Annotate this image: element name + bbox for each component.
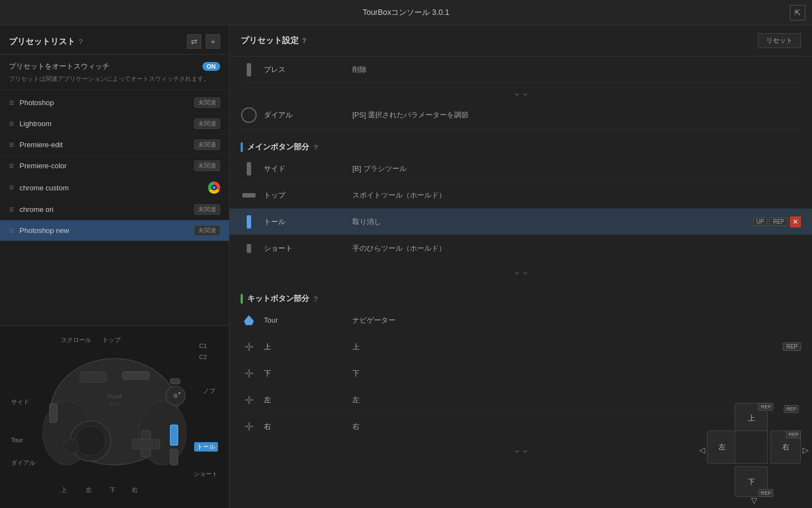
dpad-right-label: 右 [782, 442, 789, 452]
hamburger-icon: ≡ [9, 140, 14, 150]
title-bar: TourBoxコンソール 3.0.1 ⇱ [0, 0, 812, 25]
kit-button-section-bar [241, 294, 243, 304]
divider-1: ⌄⌄ [241, 83, 801, 102]
preset-badge: 未関連 [194, 204, 220, 215]
svg-rect-4 [122, 372, 149, 379]
short-action: 手のひらツール（ホールド） [352, 243, 801, 253]
preset-item-premiere-edit[interactable]: ≡Premiere-edit未関連 [0, 134, 229, 155]
kit-button-section-header: キットボタン部分 ? [230, 286, 812, 307]
main-button-section-title: メインボタン部分 [247, 142, 309, 152]
top-icon [241, 193, 257, 198]
ctrl-label-tall-highlight: トール [194, 442, 218, 452]
svg-text:BOX: BOX [110, 401, 119, 406]
chevron-down-icon-2: ⌄⌄ [513, 265, 529, 277]
dpad-down-tag: REP [758, 489, 773, 497]
hamburger-icon: ≡ [9, 98, 14, 108]
main-button-section-bar [241, 142, 243, 152]
preset-settings-label: プリセット設定 [241, 35, 299, 46]
preset-item-photoshop[interactable]: ≡Photoshop未関連 [0, 92, 229, 113]
svg-point-14 [178, 392, 180, 394]
short-name: ショート [264, 243, 352, 253]
preset-name: Premiere-color [19, 162, 194, 170]
dpad-right-arrow: ▷ [803, 445, 809, 454]
preset-item-photoshop-new[interactable]: ≡Photoshop new未関連 [0, 220, 229, 241]
preset-item-chrome-ori[interactable]: ≡chrome ori未関連 [0, 199, 229, 220]
dpad-down-arrow: ▽ [751, 496, 757, 505]
ctrl-label-knob: ノブ [203, 387, 215, 395]
hamburger-icon: ≡ [9, 226, 14, 236]
preset-list: ≡Photoshop未関連≡Lightroom未関連≡Premiere-edit… [0, 90, 229, 325]
press-action: 削除 [352, 65, 801, 75]
svg-rect-3 [80, 372, 107, 382]
svg-rect-19 [170, 425, 178, 445]
dpad-left-btn[interactable]: 左 [707, 431, 737, 464]
ctrl-label-tour: Tour [11, 437, 23, 443]
tall-name: トール [264, 217, 352, 227]
dpad-up-label: 上 [748, 413, 755, 423]
kit-button-help-icon[interactable]: ? [314, 295, 317, 303]
export-btn[interactable]: ⇄ [187, 34, 201, 49]
side-action: [B] ブラシツール [352, 164, 801, 174]
auto-switch-desc: プリセットは関連アプリケーションによってオートスウィッチされます。 [9, 75, 220, 83]
preset-name: Premiere-edit [19, 141, 194, 149]
preset-item-lightroom[interactable]: ≡Lightroom未関連 [0, 113, 229, 134]
rep-tag: REP [769, 217, 788, 226]
tall-close-btn[interactable]: ✕ [790, 216, 801, 227]
dpad-top-right-tag: REP [784, 405, 799, 413]
dpad-widget: REP 上 REP 下 REP 左 右 REP ◁ [707, 403, 801, 497]
up-name: 上 [264, 342, 352, 352]
main-button-help-icon[interactable]: ? [314, 143, 317, 152]
ctrl-label-down: 下 [110, 486, 116, 494]
dpad-left-arrow: ◁ [699, 445, 705, 454]
preset-item-chrome-custom[interactable]: ≡chrome custom [0, 177, 229, 199]
ctrl-label-c2: C2 [199, 354, 207, 360]
short-row[interactable]: ショート 手のひらツール（ホールド） [241, 235, 801, 262]
preset-settings-header: プリセット設定 ? リセット [230, 25, 812, 56]
window-control-btn[interactable]: ⇱ [790, 5, 805, 20]
chevron-down-icon-3: ⌄⌄ [513, 443, 529, 455]
svg-point-11 [76, 426, 106, 456]
kit-button-section-title: キットボタン部分 [247, 294, 309, 304]
svg-point-13 [174, 393, 178, 398]
svg-rect-18 [170, 449, 178, 465]
dpad-right-tag: REP [786, 431, 801, 438]
hamburger-icon: ≡ [9, 205, 14, 215]
tall-action: 取り消し [352, 217, 753, 227]
dpad-down-icon: ✛ [241, 367, 257, 380]
auto-switch-toggle[interactable]: ON [202, 62, 221, 71]
auto-switch-section: プリセットをオートスウィッチ ON プリセットは関連アプリケーションによってオー… [0, 55, 229, 90]
reset-button[interactable]: リセット [758, 33, 801, 48]
top-action: スポイトツール（ホールド） [352, 190, 801, 200]
preset-list-title: プリセットリスト [9, 37, 75, 47]
up-row[interactable]: ✛ 上 上 REP [241, 334, 801, 360]
press-row: プレス 削除 [241, 56, 801, 83]
down-row[interactable]: ✛ 下 下 [241, 360, 801, 387]
up-tags: REP [783, 343, 801, 351]
side-icon [241, 162, 257, 175]
tour-row[interactable]: Tour ナビゲーター [241, 307, 801, 334]
preset-badge: 未関連 [194, 160, 220, 171]
preset-item-premiere-color[interactable]: ≡Premiere-color未関連 [0, 155, 229, 177]
tour-action: ナビゲーター [352, 315, 801, 325]
down-name: 下 [264, 369, 352, 379]
svg-rect-5 [50, 404, 57, 423]
up-rep-tag: REP [783, 343, 801, 351]
right-panel: プリセット設定 ? リセット プレス 削除 ⌄⌄ ダイアル [230, 25, 812, 508]
dpad-right-icon: ✛ [241, 420, 257, 433]
ctrl-label-right: 右 [132, 486, 138, 494]
top-row[interactable]: トップ スポイトツール（ホールド） [241, 182, 801, 209]
svg-rect-17 [132, 439, 160, 449]
preset-badge: 未関連 [194, 97, 220, 108]
add-preset-btn[interactable]: + [206, 34, 220, 49]
dial-name: ダイアル [264, 110, 352, 120]
preset-name: chrome custom [19, 184, 208, 192]
preset-settings-help-icon[interactable]: ? [302, 37, 306, 45]
tall-row[interactable]: トール 取り消し UP REP ✕ [230, 209, 812, 235]
dpad-left-icon: ✛ [241, 393, 257, 407]
side-row[interactable]: サイド [B] ブラシツール [241, 155, 801, 182]
preset-name: chrome ori [19, 205, 194, 214]
preset-list-help-icon[interactable]: ? [79, 38, 82, 46]
svg-text:TOUR: TOUR [107, 393, 122, 400]
left-name: 左 [264, 395, 352, 405]
short-icon [241, 244, 257, 253]
